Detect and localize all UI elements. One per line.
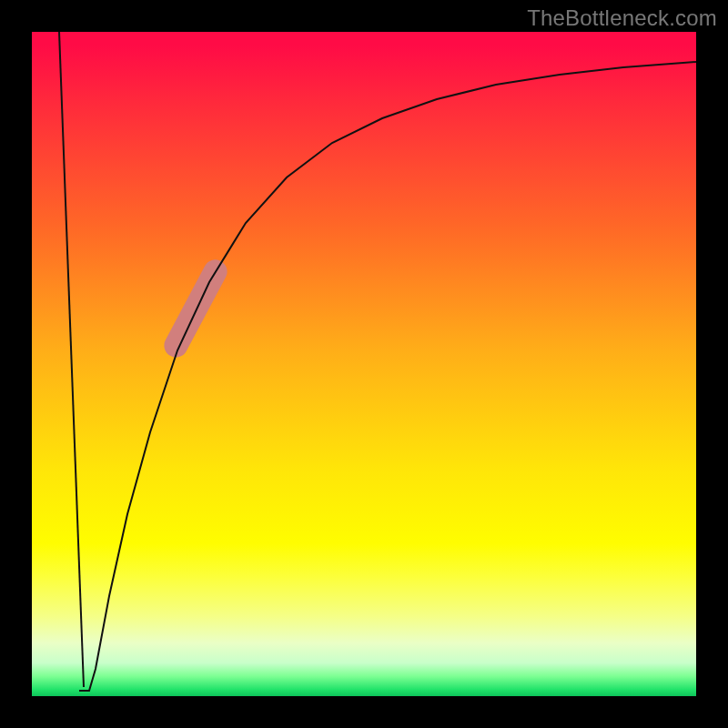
left-line bbox=[59, 32, 84, 687]
plot-area bbox=[32, 32, 696, 696]
highlight-marker bbox=[160, 256, 231, 361]
chart-frame: TheBottleneck.com bbox=[0, 0, 728, 728]
watermark-text: TheBottleneck.com bbox=[527, 5, 717, 31]
svg-layer bbox=[32, 32, 696, 696]
main-curve bbox=[79, 62, 696, 691]
